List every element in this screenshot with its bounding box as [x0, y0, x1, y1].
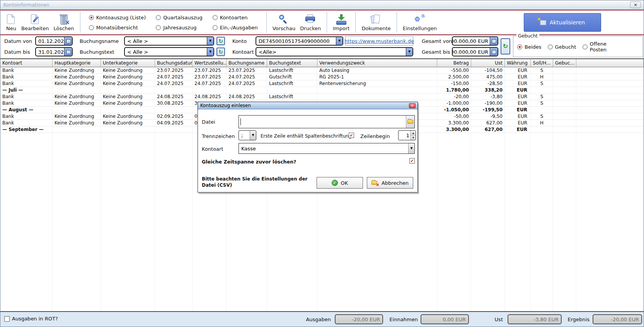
table-cell: Keine Zuordnung [101, 94, 155, 100]
datum-von-input[interactable]: 01.12.2024 [35, 36, 73, 46]
table-cell: -190,00 [471, 100, 505, 106]
dropdown-arrow-button[interactable]: ▼ [250, 131, 256, 140]
aktualisieren-label: Aktualisieren [550, 19, 585, 26]
dialog-close-button[interactable]: × [409, 103, 416, 108]
text-caret [240, 118, 241, 125]
table-row[interactable]: BankKeine ZuordnungKeine Zuordnung23.07.… [0, 67, 644, 74]
buchungstext-dropdown[interactable]: < Alle > ▼ [124, 47, 214, 56]
refresh-buchungstext-button[interactable]: ↻ [216, 48, 225, 56]
table-group-row[interactable]: — Juli —1.780,00338,20EUR [0, 87, 644, 94]
refresh-icon: ↻ [503, 43, 508, 49]
new-button[interactable]: Neu [3, 13, 19, 32]
radio-option[interactable]: Kontoauszug (Liste) [89, 15, 146, 20]
zeilenbegin-spinner[interactable]: 1 ▲ ▼ [398, 130, 416, 140]
radio-option[interactable]: Gebucht [548, 44, 576, 50]
kontoart-dropdown[interactable]: <Alle> ▼ [256, 47, 413, 56]
radio-option-label: Ein,-/Ausgaben [220, 25, 258, 31]
browse-file-button[interactable] [406, 116, 414, 128]
table-cell: Keine Zuordnung [101, 113, 155, 119]
window-close-button[interactable]: × [630, 2, 641, 8]
column-header[interactable]: Wertzustellu... [193, 59, 227, 67]
ok-label: OK [341, 180, 348, 186]
column-header[interactable]: Buchungsdatum [155, 59, 193, 67]
table-cell: RG 2025-1 [317, 74, 437, 80]
calendar-button[interactable] [64, 37, 72, 45]
ergebnis-value: -20,00 EUR [593, 314, 642, 324]
table-cell: Keine Zuordnung [53, 100, 101, 106]
column-header[interactable]: Verwendungszweck [317, 59, 437, 67]
edit-button[interactable]: Bearbeiten [19, 13, 51, 32]
radio-option[interactable]: Ein,-/Ausgaben [213, 25, 258, 31]
column-header[interactable]: Buchungsname [227, 59, 267, 67]
column-header[interactable]: Währung [505, 59, 531, 67]
aktualisieren-button[interactable]: ✱ Aktualisieren [524, 13, 601, 32]
table-cell [101, 126, 155, 133]
radio-option[interactable]: Kontoarten [213, 15, 258, 20]
column-header[interactable]: Gebuc... [553, 59, 576, 67]
print-button[interactable]: Drucken [298, 13, 323, 32]
settings-button[interactable]: Einstellungen [400, 13, 439, 32]
trennzeichen-dropdown[interactable]: ; ▼ [239, 130, 256, 140]
dropdown-arrow-button[interactable]: ▼ [336, 37, 342, 45]
radio-option[interactable]: Monatsübersicht [89, 25, 146, 31]
radio-option[interactable]: Beides [517, 44, 542, 50]
einnahmen-label: Einnahmen [387, 317, 418, 322]
radio-option-label: Offene Posten [590, 41, 612, 53]
table-cell: Keine Zuordnung [53, 94, 101, 100]
column-header[interactable]: Ust [471, 59, 505, 67]
column-header[interactable] [576, 59, 644, 67]
table-cell: 23.07.2025 [227, 67, 267, 73]
dropdown-arrow-button[interactable]: ▼ [207, 37, 213, 45]
zeitspanne-checkbox[interactable]: ✔ [409, 158, 415, 164]
dropdown-arrow-button[interactable]: ▼ [406, 48, 412, 56]
radio-option[interactable]: Jahresauszug [156, 25, 203, 31]
table-cell: EUR [505, 74, 531, 80]
bank-website-link[interactable]: https://www.musterbank.de [344, 38, 414, 44]
dialog-kontoart-dropdown[interactable]: Kasse ▼ [239, 143, 415, 154]
table-row[interactable]: BankKeine ZuordnungKeine Zuordnung24.07.… [0, 74, 644, 80]
import-button[interactable]: Import [331, 13, 352, 32]
refresh-buchungsname-button[interactable]: ↻ [216, 37, 225, 45]
radio-option[interactable]: Offene Posten [583, 41, 612, 53]
buchungsname-value: < Alle > [125, 37, 207, 45]
calculator-button[interactable] [490, 48, 497, 56]
table-cell: Keine Zuordnung [53, 120, 101, 126]
ausgaben-rot-checkbox[interactable]: ✔ Ausgaben in ROT? [4, 316, 58, 322]
konto-dropdown[interactable]: DE74500105175409000000 ▼ [256, 36, 343, 46]
ok-button[interactable]: ✓ OK [317, 177, 363, 189]
spinner-up-button[interactable]: ▲ [411, 131, 416, 136]
dropdown-arrow-button[interactable]: ▼ [408, 143, 414, 153]
column-header[interactable]: Hauptkategorie [53, 59, 101, 67]
ausgaben-value: -20,00 EUR [335, 314, 383, 324]
settings-icon [414, 14, 425, 25]
spinner-down-button[interactable]: ▼ [411, 136, 416, 140]
refresh-gesamt-button[interactable]: ↻ [501, 38, 510, 54]
column-header[interactable]: Kontoart [0, 59, 53, 67]
documents-button[interactable]: Dokumente [359, 13, 393, 32]
column-header[interactable]: Soll/H... [531, 59, 553, 67]
abbrechen-button[interactable]: × Abbrechen [367, 177, 413, 189]
datei-input[interactable] [239, 115, 415, 128]
datum-bis-input[interactable]: 31.01.2026 [35, 47, 73, 56]
column-header[interactable]: Buchungstext [267, 59, 317, 67]
empty-cell [155, 133, 193, 311]
table-cell [576, 67, 644, 73]
buchungsname-dropdown[interactable]: < Alle > ▼ [124, 36, 214, 46]
calculator-button[interactable] [490, 37, 497, 45]
column-header[interactable]: Betrag [437, 59, 471, 67]
table-cell: S [531, 80, 553, 87]
delete-button[interactable]: ×Löschen [51, 13, 76, 32]
gesamt-von-input[interactable]: -100.000,00 EUR [452, 36, 498, 46]
table-row[interactable]: BankKeine ZuordnungKeine Zuordnung24.08.… [0, 94, 644, 100]
radio-icon [517, 44, 522, 49]
gesamt-bis-input[interactable]: 100.000,00 EUR [452, 47, 498, 56]
erste-zeile-checkbox[interactable]: ✔ [349, 133, 354, 138]
dropdown-arrow-button[interactable]: ▼ [207, 48, 213, 56]
table-cell [155, 87, 193, 93]
table-row[interactable]: BankKeine ZuordnungKeine Zuordnung24.07.… [0, 80, 644, 87]
radio-option[interactable]: Quartalsauszug [156, 15, 203, 20]
column-header[interactable]: Unterkategorie [101, 59, 155, 67]
table-cell: 3.300,00 [437, 120, 471, 126]
calendar-button[interactable] [64, 48, 72, 56]
preview-button[interactable]: Vorschau [270, 13, 298, 32]
